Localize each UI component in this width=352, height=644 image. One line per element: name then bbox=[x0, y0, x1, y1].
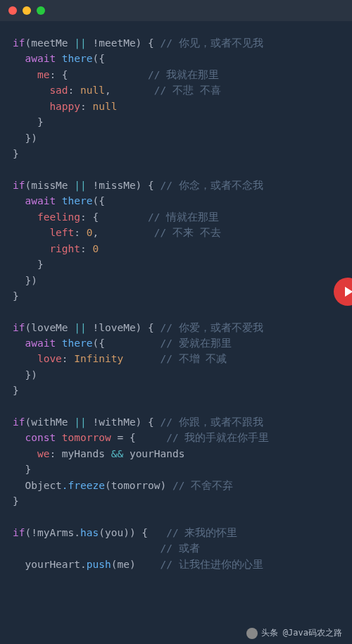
code-line: } bbox=[13, 383, 352, 398]
code-line: love: Infinity // 不增 不减 bbox=[13, 351, 352, 366]
code-line: yourHeart.push(me) // 让我住进你的心里 bbox=[13, 557, 352, 572]
code-line: me: { // 我就在那里 bbox=[13, 67, 352, 82]
code-line: sad: null, // 不悲 不喜 bbox=[13, 82, 352, 98]
code-editor: if(meetMe || !meetMe) { // 你见，或者不见我 awai… bbox=[0, 21, 352, 572]
code-line: if(loveMe || !loveMe) { // 你爱，或者不爱我 bbox=[13, 320, 352, 335]
code-line: }) bbox=[13, 367, 352, 383]
minimize-icon[interactable] bbox=[23, 6, 31, 15]
code-line: happy: null bbox=[13, 99, 352, 114]
window-titlebar bbox=[0, 0, 352, 21]
code-line: } bbox=[13, 146, 352, 161]
code-line: we: myHands && yourHands bbox=[13, 446, 352, 462]
code-line: await there({ bbox=[13, 193, 352, 209]
code-line: if(meetMe || !meetMe) { // 你见，或者不见我 bbox=[13, 35, 352, 51]
code-line: }) bbox=[13, 273, 352, 288]
code-line: left: 0, // 不来 不去 bbox=[13, 225, 352, 240]
code-line: } bbox=[13, 462, 352, 477]
attribution-footer: 头条 @Java码农之路 bbox=[246, 626, 342, 640]
maximize-icon[interactable] bbox=[37, 6, 45, 15]
code-line: Object.freeze(tomorrow) // 不舍不弃 bbox=[13, 478, 352, 493]
code-line: await there({ // 爱就在那里 bbox=[13, 335, 352, 351]
code-line: const tomorrow = { // 我的手就在你手里 bbox=[13, 430, 352, 445]
code-line: feeling: { // 情就在那里 bbox=[13, 209, 352, 225]
code-line: } bbox=[13, 493, 352, 509]
code-line: } bbox=[13, 114, 352, 130]
avatar-icon bbox=[246, 628, 258, 639]
code-line: if(withMe || !withMe) { // 你跟，或者不跟我 bbox=[13, 414, 352, 430]
code-line: } bbox=[13, 288, 352, 304]
close-icon[interactable] bbox=[8, 6, 17, 15]
code-line: if(missMe || !missMe) { // 你念，或者不念我 bbox=[13, 178, 352, 193]
code-line: }) bbox=[13, 130, 352, 146]
code-line: // 或者 bbox=[13, 540, 352, 556]
code-line: } bbox=[13, 256, 352, 272]
code-line: await there({ bbox=[13, 51, 352, 66]
code-line: right: 0 bbox=[13, 241, 352, 256]
attribution-text: 头条 @Java码农之路 bbox=[261, 626, 342, 640]
code-line: if(!myArms.has(you)) { // 来我的怀里 bbox=[13, 525, 352, 540]
